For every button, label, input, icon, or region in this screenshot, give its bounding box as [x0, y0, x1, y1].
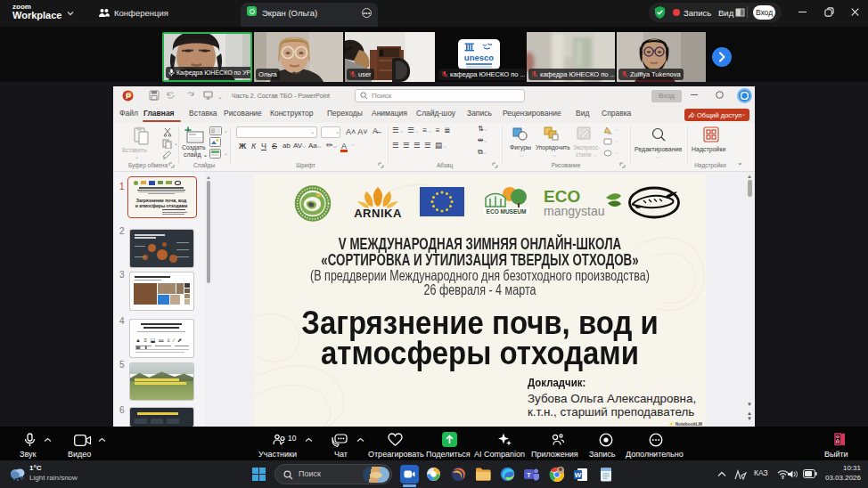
svg-text:ARNIKA: ARNIKA	[354, 207, 402, 219]
svg-text:unesco: unesco	[464, 53, 494, 62]
svg-text:P: P	[126, 92, 131, 101]
svg-text:ECO MUSEUM: ECO MUSEUM	[487, 208, 527, 215]
svg-text:mangystau: mangystau	[544, 204, 604, 218]
svg-text:T: T	[527, 472, 531, 478]
svg-text:ECO: ECO	[544, 187, 580, 206]
svg-text:W: W	[574, 471, 581, 479]
